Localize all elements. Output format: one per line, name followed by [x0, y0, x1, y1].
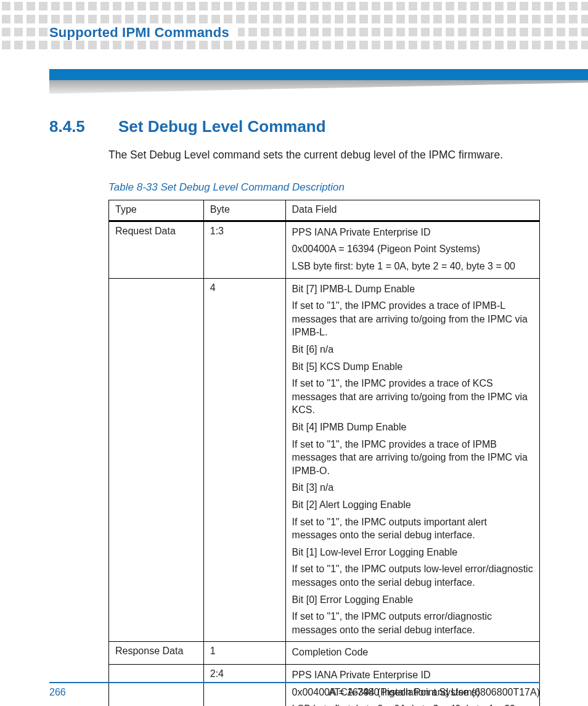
section-intro: The Set Debug Level command sets the cur… — [108, 147, 540, 163]
chapter-title: Supported IPMI Commands — [49, 25, 238, 41]
section-heading: 8.4.5 Set Debug Level Command — [49, 117, 540, 136]
cell-byte: 4 — [203, 278, 285, 642]
datafield-line: If set to "1", the IPMC outputs error/di… — [292, 610, 533, 636]
datafield-line: PPS IANA Private Enterprise ID — [292, 226, 533, 239]
cell-type: Response Data — [109, 642, 204, 665]
section-title: Set Debug Level Command — [118, 117, 326, 136]
cell-type — [109, 278, 204, 642]
command-description-table: Type Byte Data Field Request Data1:3PPS … — [108, 200, 540, 706]
cell-datafield: Completion Code — [285, 642, 539, 665]
datafield-line: If set to "1", the IPMC provides a trace… — [292, 377, 533, 417]
datafield-line: LSB byte first: byte 1 = 0A, byte 2 = 40… — [292, 260, 533, 273]
datafield-line: If set to "1", the IPMC provides a trace… — [292, 438, 533, 478]
datafield-line: Bit [4] IPMB Dump Enable — [292, 421, 533, 434]
table-caption: Table 8-33 Set Debug Level Command Descr… — [108, 181, 540, 194]
page-number: 266 — [49, 687, 66, 698]
document-id: ATCA-7480 Installation and Use (6806800T… — [329, 687, 540, 698]
datafield-line: Bit [5] KCS Dump Enable — [292, 360, 533, 374]
datafield-line: Completion Code — [292, 646, 533, 659]
datafield-line: If set to "1", the IPMC provides a trace… — [292, 299, 533, 339]
table-header-type: Type — [109, 200, 204, 221]
table-row: 4Bit [7] IPMB-L Dump EnableIf set to "1"… — [109, 278, 540, 642]
page-footer: 266 ATCA-7480 Installation and Use (6806… — [49, 682, 540, 698]
cell-byte: 1:3 — [203, 221, 285, 278]
datafield-line: Bit [3] n/a — [292, 481, 533, 495]
footer-rule — [49, 682, 540, 683]
datafield-line: Bit [6] n/a — [292, 343, 533, 356]
cell-datafield: PPS IANA Private Enterprise ID0x00400A =… — [285, 221, 539, 278]
table-row: Request Data1:3PPS IANA Private Enterpri… — [109, 221, 540, 278]
datafield-line: 0x00400A = 16394 (Pigeon Point Systems) — [292, 242, 533, 256]
cell-datafield: Bit [7] IPMB-L Dump EnableIf set to "1",… — [285, 278, 539, 642]
datafield-line: Bit [1] Low-level Error Logging Enable — [292, 546, 533, 559]
datafield-line: PPS IANA Private Enterprise ID — [292, 668, 533, 682]
datafield-line: Bit [0] Error Logging Enable — [292, 593, 533, 607]
datafield-line: Bit [2] Alert Logging Enable — [292, 498, 533, 512]
datafield-line: If set to "1", the IPMC outputs importan… — [292, 515, 533, 542]
cell-type: Request Data — [109, 221, 204, 278]
datafield-line: LSB byte first: byte 2 = 0A, byte 3 = 40… — [292, 702, 533, 706]
table-row: Response Data1Completion Code — [109, 642, 540, 665]
section-number: 8.4.5 — [49, 117, 95, 136]
table-header-datafield: Data Field — [285, 200, 539, 221]
cell-byte: 1 — [203, 642, 285, 665]
datafield-line: Bit [7] IPMB-L Dump Enable — [292, 282, 533, 296]
table-header-byte: Byte — [203, 200, 285, 221]
datafield-line: If set to "1", the IPMC outputs low-leve… — [292, 562, 533, 589]
